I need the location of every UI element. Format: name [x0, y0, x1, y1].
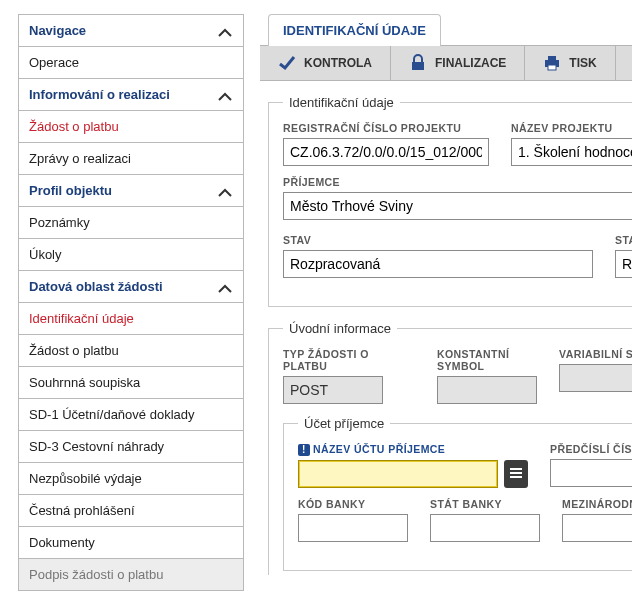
sidebar-label: Poznámky	[29, 215, 90, 230]
list-icon	[509, 466, 523, 483]
chevron-up-icon	[217, 26, 233, 36]
stav-z-input[interactable]	[615, 250, 632, 278]
sidebar-item-operace[interactable]: Operace	[19, 47, 243, 79]
variabilni-symbol-label: VARIABILNÍ SYMB	[559, 348, 632, 360]
svg-rect-4	[510, 468, 522, 470]
sidebar-item-zadost-2[interactable]: Žádost o platbu	[19, 335, 243, 367]
reg-cislo-input[interactable]	[283, 138, 489, 166]
sidebar-label: Úkoly	[29, 247, 62, 262]
tab-identifikacni-udaje[interactable]: IDENTIFIKAČNÍ ÚDAJE	[268, 14, 441, 46]
mezinarodni-kod-label: MEZINÁRODNÍ KÓ	[562, 498, 632, 510]
sidebar-label: SD-1 Účetní/daňové doklady	[29, 407, 194, 422]
sidebar-item-sd3[interactable]: SD-3 Cestovní náhrady	[19, 431, 243, 463]
fieldset-uvodni: Úvodní informace TYP ŽÁDOSTI O PLATBU KO…	[268, 321, 632, 575]
toolbar-kontrola[interactable]: KONTROLA	[260, 46, 391, 80]
prijemce-label: PŘÍJEMCE	[283, 176, 632, 188]
sidebar-section-datova[interactable]: Datová oblast žádosti	[19, 271, 243, 303]
toolbar-label: TISK	[569, 56, 596, 70]
check-icon	[278, 54, 296, 72]
svg-rect-0	[412, 62, 424, 70]
fieldset-legend: Identifikační údaje	[283, 95, 400, 110]
sidebar-label: Čestná prohlášení	[29, 503, 135, 518]
sidebar-label: Profil objektu	[29, 183, 112, 198]
sidebar-section-informovani[interactable]: Informování o realizaci	[19, 79, 243, 111]
sidebar-item-cestna[interactable]: Čestná prohlášení	[19, 495, 243, 527]
fieldset-ucet-prijemce: Účet příjemce !NÁZEV ÚČTU PŘÍJEMCE PŘE	[283, 416, 632, 571]
kod-banky-input[interactable]	[298, 514, 408, 542]
toolbar-tisk[interactable]: TISK	[525, 46, 615, 80]
sidebar-item-poznamky[interactable]: Poznámky	[19, 207, 243, 239]
toolbar-label: FINALIZACE	[435, 56, 506, 70]
sidebar: Navigace Operace Informování o realizaci…	[18, 14, 244, 591]
reg-cislo-label: REGISTRAČNÍ ČÍSLO PROJEKTU	[283, 122, 489, 134]
sidebar-item-zpravy[interactable]: Zprávy o realizaci	[19, 143, 243, 175]
kod-banky-label: KÓD BANKY	[298, 498, 408, 510]
sidebar-label: Podpis žádosti o platbu	[29, 567, 163, 582]
sidebar-label: Informování o realizaci	[29, 87, 170, 102]
predcisli-label: PŘEDČÍSLÍ ČÍSLA	[550, 443, 632, 455]
stav-label: STAV	[283, 234, 593, 246]
fieldset-identifikacni: Identifikační údaje REGISTRAČNÍ ČÍSLO PR…	[268, 95, 632, 307]
chevron-up-icon	[217, 186, 233, 196]
svg-rect-2	[548, 56, 556, 60]
chevron-up-icon	[217, 282, 233, 292]
toolbar-finalizace[interactable]: FINALIZACE	[391, 46, 525, 80]
main-content: IDENTIFIKAČNÍ ÚDAJE KONTROLA FINALIZACE …	[260, 14, 632, 592]
prijemce-input[interactable]	[283, 192, 632, 220]
sidebar-item-sd1[interactable]: SD-1 Účetní/daňové doklady	[19, 399, 243, 431]
sidebar-item-ukoly[interactable]: Úkoly	[19, 239, 243, 271]
sidebar-label: SD-3 Cestovní náhrady	[29, 439, 164, 454]
nazev-projektu-input[interactable]	[511, 138, 632, 166]
sidebar-label: Nezpůsobilé výdaje	[29, 471, 142, 486]
typ-zadosti-input	[283, 376, 383, 404]
sidebar-item-podpis[interactable]: Podpis žádosti o platbu	[19, 559, 243, 590]
chevron-up-icon	[217, 90, 233, 100]
konstantni-symbol-input	[437, 376, 537, 404]
stav-z-label: STAV Z	[615, 234, 632, 246]
toolbar: KONTROLA FINALIZACE TISK	[260, 45, 632, 81]
toolbar-label: KONTROLA	[304, 56, 372, 70]
svg-rect-3	[548, 65, 556, 70]
sidebar-label: Identifikační údaje	[29, 311, 134, 326]
sidebar-label: Žádost o platbu	[29, 343, 119, 358]
fieldset-legend: Účet příjemce	[298, 416, 390, 431]
nazev-uctu-input[interactable]	[298, 460, 498, 488]
sidebar-section-navigace[interactable]: Navigace	[19, 15, 243, 47]
sidebar-label: Dokumenty	[29, 535, 95, 550]
sidebar-label: Souhrnná soupiska	[29, 375, 140, 390]
sidebar-label: Datová oblast žádosti	[29, 279, 163, 294]
predcisli-input[interactable]	[550, 459, 632, 487]
stav-input[interactable]	[283, 250, 593, 278]
konstantni-symbol-label: KONSTANTNÍ SYMBOL	[437, 348, 537, 372]
variabilni-symbol-input	[559, 364, 632, 392]
sidebar-item-souhrnna[interactable]: Souhrnná soupiska	[19, 367, 243, 399]
stat-banky-label: STÁT BANKY	[430, 498, 540, 510]
sidebar-section-profil[interactable]: Profil objektu	[19, 175, 243, 207]
stat-banky-input[interactable]	[430, 514, 540, 542]
sidebar-item-identifikacni-udaje[interactable]: Identifikační údaje	[19, 303, 243, 335]
mezinarodni-kod-input[interactable]	[562, 514, 632, 542]
fieldset-legend: Úvodní informace	[283, 321, 397, 336]
typ-zadosti-label: TYP ŽÁDOSTI O PLATBU	[283, 348, 383, 372]
sidebar-item-dokumenty[interactable]: Dokumenty	[19, 527, 243, 559]
svg-rect-5	[510, 472, 522, 474]
nazev-projektu-label: NÁZEV PROJEKTU	[511, 122, 632, 134]
sidebar-label: Žádost o platbu	[29, 119, 119, 134]
svg-rect-6	[510, 476, 522, 478]
sidebar-label: Operace	[29, 55, 79, 70]
nazev-uctu-label: !NÁZEV ÚČTU PŘÍJEMCE	[298, 443, 528, 456]
sidebar-item-nezp[interactable]: Nezpůsobilé výdaje	[19, 463, 243, 495]
sidebar-label: Navigace	[29, 23, 86, 38]
print-icon	[543, 54, 561, 72]
sidebar-label: Zprávy o realizaci	[29, 151, 131, 166]
nazev-uctu-picker-button[interactable]	[504, 460, 528, 488]
lock-icon	[409, 54, 427, 72]
tab-label: IDENTIFIKAČNÍ ÚDAJE	[283, 23, 426, 38]
sidebar-item-zadost-o-platbu[interactable]: Žádost o platbu	[19, 111, 243, 143]
